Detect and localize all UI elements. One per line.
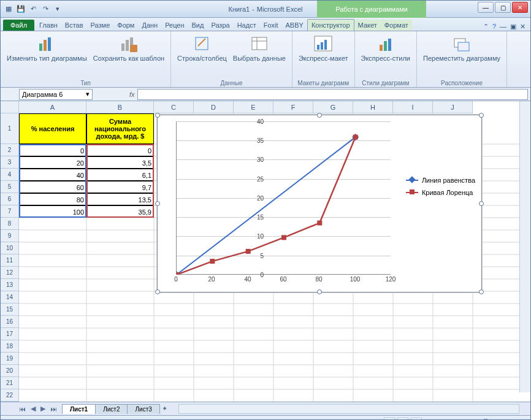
resize-handle[interactable] — [317, 289, 322, 294]
col-header[interactable]: E — [234, 101, 273, 113]
cell-B7[interactable]: 35,9 — [86, 205, 154, 218]
tab-nav-next-icon[interactable]: ▶ — [40, 405, 45, 413]
row-header[interactable]: 13 — [1, 279, 19, 291]
row-header[interactable]: 4 — [1, 169, 19, 181]
new-sheet-icon[interactable]: ✦ — [162, 405, 167, 413]
change-chart-type-button[interactable]: Изменить тип диаграммы — [4, 32, 90, 80]
tab-home[interactable]: Главн — [36, 20, 61, 31]
col-header[interactable]: C — [154, 101, 194, 113]
resize-handle[interactable] — [479, 201, 484, 206]
cell-B3[interactable]: 3,5 — [86, 156, 154, 169]
row-header[interactable]: 8 — [1, 218, 19, 230]
doc-restore-icon[interactable]: ▣ — [510, 23, 516, 31]
sheet-tab[interactable]: Лист3 — [127, 404, 159, 414]
horizontal-scrollbar[interactable] — [178, 404, 519, 414]
cell-A7[interactable]: 100 — [19, 205, 86, 218]
page-break-view-button[interactable] — [411, 418, 422, 421]
resize-handle[interactable] — [155, 289, 160, 294]
resize-handle[interactable] — [155, 113, 160, 118]
resize-handle[interactable] — [479, 113, 484, 118]
express-styles-button[interactable]: Экспресс-стили — [359, 32, 413, 80]
row-header[interactable]: 14 — [1, 291, 19, 304]
col-header[interactable]: D — [194, 101, 234, 113]
name-box-dropdown-icon[interactable]: ▾ — [86, 90, 90, 98]
page-layout-view-button[interactable] — [397, 418, 408, 421]
row-header[interactable]: 20 — [1, 365, 19, 377]
maximize-button[interactable]: ▢ — [495, 2, 511, 13]
select-data-button[interactable]: Выбрать данные — [231, 32, 288, 80]
file-tab[interactable]: Файл — [3, 20, 34, 31]
tab-chart-format[interactable]: Формат — [381, 20, 412, 31]
redo-icon[interactable]: ↷ — [40, 4, 51, 15]
tab-chart-layout[interactable]: Макет — [354, 20, 381, 31]
minimize-ribbon-icon[interactable]: ⌃ — [483, 23, 489, 31]
fx-icon[interactable]: fx — [129, 91, 135, 98]
normal-view-button[interactable] — [384, 418, 395, 421]
chart-legend[interactable]: Линия равенства Кривая Лоренца — [406, 177, 475, 201]
tab-formulas[interactable]: Форм — [113, 20, 138, 31]
tab-data[interactable]: Данн — [138, 20, 161, 31]
row-header[interactable]: 5 — [1, 181, 19, 193]
tab-insert[interactable]: Встав — [61, 20, 87, 31]
tab-pagelayout[interactable]: Разме — [87, 20, 114, 31]
col-header[interactable]: F — [273, 101, 313, 113]
cell-B5[interactable]: 9,7 — [86, 181, 154, 193]
close-button[interactable]: ✕ — [512, 2, 528, 13]
row-header[interactable]: 15 — [1, 304, 19, 316]
doc-close-icon[interactable]: ✕ — [520, 23, 525, 31]
cell-A3[interactable]: 20 — [19, 156, 86, 169]
cell-B4[interactable]: 6,1 — [86, 169, 154, 181]
tab-developer[interactable]: Разра — [207, 20, 233, 31]
col-header[interactable]: G — [313, 101, 353, 113]
save-icon[interactable]: 💾 — [15, 4, 26, 15]
doc-minimize-icon[interactable]: — — [500, 23, 506, 31]
row-header[interactable]: 7 — [1, 205, 19, 218]
row-header[interactable]: 21 — [1, 377, 19, 389]
row-header[interactable]: 11 — [1, 254, 19, 267]
tab-review[interactable]: Рецен — [161, 20, 188, 31]
tab-addins[interactable]: Надст — [234, 20, 260, 31]
tab-view[interactable]: Вид — [188, 20, 208, 31]
row-header[interactable]: 1 — [1, 113, 19, 144]
tab-nav-prev-icon[interactable]: ◀ — [31, 405, 36, 413]
help-icon[interactable]: ? — [492, 23, 496, 31]
col-header[interactable]: B — [86, 101, 154, 113]
tab-chart-design[interactable]: Конструктор — [307, 19, 354, 31]
row-header[interactable]: 16 — [1, 316, 19, 328]
sheet-tab[interactable]: Лист2 — [95, 404, 128, 414]
col-header[interactable]: H — [353, 101, 393, 113]
row-header[interactable]: 12 — [1, 267, 19, 279]
vertical-scrollbar[interactable] — [519, 101, 530, 392]
name-box[interactable]: Диаграмма 6 ▾ — [19, 89, 93, 100]
plot-area[interactable] — [176, 121, 391, 275]
col-header[interactable]: J — [433, 101, 473, 113]
save-as-template-button[interactable]: Сохранить как шаблон — [91, 32, 167, 80]
tab-nav-first-icon[interactable]: ⏮ — [19, 405, 26, 413]
move-chart-button[interactable]: Переместить диаграмму — [421, 32, 503, 80]
row-header[interactable]: 17 — [1, 328, 19, 340]
row-header[interactable]: 2 — [1, 144, 19, 156]
tab-nav-last-icon[interactable]: ⏭ — [50, 405, 57, 413]
undo-icon[interactable]: ↶ — [28, 4, 39, 15]
legend-item[interactable]: Линия равенства — [406, 177, 475, 184]
cell-A6[interactable]: 80 — [19, 193, 86, 205]
resize-handle[interactable] — [155, 201, 160, 206]
col-header[interactable]: A — [19, 101, 86, 113]
row-header[interactable]: 3 — [1, 156, 19, 169]
switch-row-column-button[interactable]: Строка/столбец — [175, 32, 229, 80]
row-header[interactable]: 6 — [1, 193, 19, 205]
col-header[interactable]: I — [393, 101, 433, 113]
resize-handle[interactable] — [479, 289, 484, 294]
cell-B2[interactable]: 0 — [86, 144, 154, 156]
chart-object[interactable]: 0 5 10 15 20 25 30 35 40 0 20 40 60 80 1… — [157, 115, 482, 292]
minimize-button[interactable]: — — [478, 2, 494, 13]
cell-A5[interactable]: 60 — [19, 181, 86, 193]
tab-abbyy[interactable]: ABBY — [282, 20, 307, 31]
express-layout-button[interactable]: Экспресс-макет — [296, 32, 351, 80]
cell-A2[interactable]: 0 — [19, 144, 86, 156]
qat-more-icon[interactable]: ▾ — [52, 4, 63, 15]
formula-input[interactable] — [137, 89, 528, 100]
cell-A4[interactable]: 40 — [19, 169, 86, 181]
row-header[interactable]: 22 — [1, 389, 19, 402]
row-header[interactable]: 18 — [1, 340, 19, 353]
